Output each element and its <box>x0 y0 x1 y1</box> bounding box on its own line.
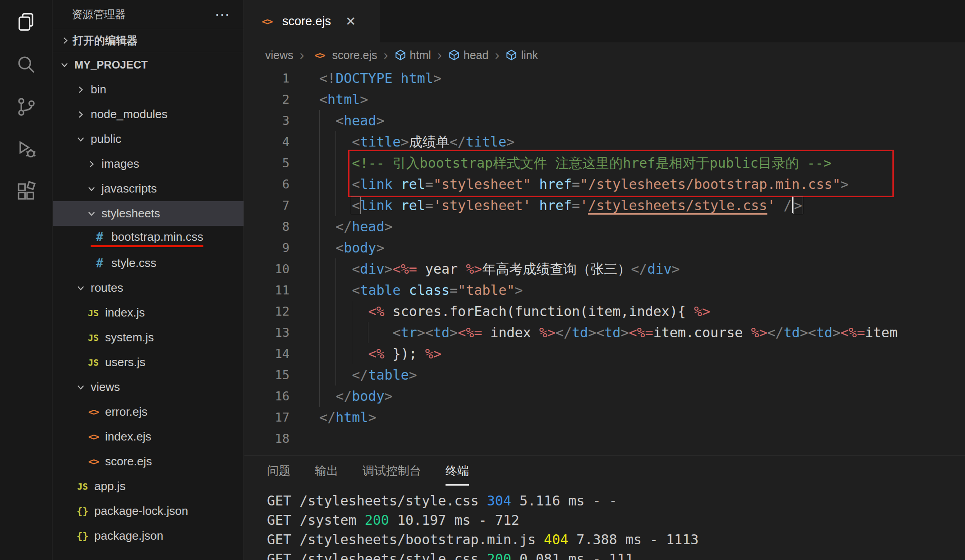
line-number: 6 <box>244 174 290 195</box>
indent-guide <box>319 258 320 280</box>
js-file-icon: JS <box>74 481 92 492</box>
code-line[interactable]: 1<!DOCTYPE html> <box>244 68 965 89</box>
ejs-file-icon: <> <box>84 406 102 418</box>
tree-item-style.css[interactable]: #style.css <box>53 251 244 275</box>
tree-item-index.ejs[interactable]: <>index.ejs <box>53 424 244 449</box>
tree-item-package-lock.json[interactable]: {}package-lock.json <box>53 499 244 523</box>
js-file-icon: JS <box>84 308 102 318</box>
file-tree: MY_PROJECTbinnode_modulespublicimagesjav… <box>53 52 244 548</box>
code-line[interactable]: 16</body> <box>244 386 965 407</box>
tree-item-package.json[interactable]: {}package.json <box>53 523 244 548</box>
extensions-icon[interactable] <box>14 179 38 204</box>
tree-item-MY_PROJECT[interactable]: MY_PROJECT <box>53 52 244 77</box>
close-icon[interactable]: ✕ <box>345 14 356 29</box>
code-line[interactable]: 5<!-- 引入bootstrap样式文件 注意这里的href是相对于publi… <box>244 152 965 174</box>
ejs-file-icon: <> <box>84 456 102 467</box>
js-file-icon: JS <box>84 332 102 343</box>
tab-score-ejs[interactable]: <> score.ejs ✕ <box>244 0 380 42</box>
tree-item-javascripts[interactable]: javascripts <box>53 176 244 201</box>
breadcrumb-item-views[interactable]: views <box>265 49 294 62</box>
red-underline-annotation: #bootstrap.min.css <box>91 230 203 247</box>
line-number: 9 <box>244 237 290 258</box>
tree-item-label: users.js <box>105 355 146 369</box>
json-file-icon: {} <box>74 505 92 517</box>
tree-item-system.js[interactable]: JSsystem.js <box>53 325 244 350</box>
tree-item-views[interactable]: views <box>53 375 244 399</box>
tree-item-bootstrap.min.css[interactable]: #bootstrap.min.css <box>53 226 244 251</box>
tree-item-score.ejs[interactable]: <>score.ejs <box>53 449 244 474</box>
tree-item-bin[interactable]: bin <box>53 77 244 102</box>
tree-item-label: public <box>91 132 121 146</box>
tab-title: score.ejs <box>282 14 331 28</box>
more-actions-icon[interactable]: ⋯ <box>215 10 230 19</box>
indent-guide <box>319 195 320 216</box>
panel-tab-问题[interactable]: 问题 <box>267 463 290 486</box>
code-line[interactable]: 17</html> <box>244 407 965 428</box>
code-line[interactable]: 14<% }); %> <box>244 343 965 364</box>
vscode-window: 资源管理器 ⋯ 打开的编辑器 MY_PROJECTbinnode_modules… <box>0 0 965 560</box>
indent-guide <box>352 301 352 322</box>
indent-guide <box>319 152 320 174</box>
indent-guide <box>335 174 336 195</box>
line-number: 10 <box>244 258 290 280</box>
line-number: 18 <box>244 428 290 449</box>
indent-guide <box>352 322 352 343</box>
breadcrumb-label: views <box>265 49 294 62</box>
tree-item-label: stylesheets <box>101 207 160 220</box>
panel-tab-输出[interactable]: 输出 <box>315 463 338 486</box>
run-debug-icon[interactable] <box>14 137 38 161</box>
tree-item-label: index.js <box>105 306 145 320</box>
json-file-icon: {} <box>74 530 92 542</box>
tree-item-error.ejs[interactable]: <>error.ejs <box>53 399 244 424</box>
breadcrumb-item-html[interactable]: html <box>395 49 431 62</box>
line-number: 15 <box>244 364 290 386</box>
tree-item-images[interactable]: images <box>53 151 244 176</box>
panel-tab-调试控制台[interactable]: 调试控制台 <box>363 463 421 486</box>
code-line[interactable]: 6<link rel="stylesheet" href="/styleshee… <box>244 174 965 195</box>
code-line[interactable]: 9<body> <box>244 237 965 258</box>
line-number: 14 <box>244 343 290 364</box>
tree-item-label: views <box>91 380 120 394</box>
tree-item-routes[interactable]: routes <box>53 275 244 300</box>
tree-item-node_modules[interactable]: node_modules <box>53 102 244 127</box>
tree-item-users.js[interactable]: JSusers.js <box>53 350 244 375</box>
code-line[interactable]: 12<% scores.forEach(function(item,index)… <box>244 301 965 322</box>
indent-guide <box>335 343 336 364</box>
code-line[interactable]: 18 <box>244 428 965 449</box>
chevron-right-icon <box>58 36 73 46</box>
open-editors-label: 打开的编辑器 <box>73 33 138 48</box>
code-line[interactable]: 15</table> <box>244 364 965 386</box>
terminal-line: GET /stylesheets/bootstrap.min.js 404 7.… <box>267 530 965 549</box>
tree-item-app.js[interactable]: JSapp.js <box>53 474 244 499</box>
code-line[interactable]: 2<html> <box>244 89 965 110</box>
code-line[interactable]: 3<head> <box>244 110 965 131</box>
search-icon[interactable] <box>14 52 38 77</box>
css-file-icon: # <box>91 256 109 270</box>
text-cursor <box>792 197 794 213</box>
files-icon[interactable] <box>14 10 38 34</box>
line-number: 8 <box>244 216 290 237</box>
js-file-icon: JS <box>84 357 102 368</box>
breadcrumb-item-score.ejs[interactable]: <>score.ejs <box>311 49 377 62</box>
line-number: 11 <box>244 280 290 301</box>
code-line[interactable]: 10<div><%= year %>年高考成绩查询（张三）</div> <box>244 258 965 280</box>
tree-item-public[interactable]: public <box>53 127 244 151</box>
tree-item-index.js[interactable]: JSindex.js <box>53 300 244 325</box>
tree-item-stylesheets[interactable]: stylesheets <box>53 201 244 226</box>
line-number: 5 <box>244 152 290 174</box>
code-line[interactable]: 4<title>成绩单</title> <box>244 131 965 152</box>
breadcrumb-item-link[interactable]: link <box>505 49 538 62</box>
panel-tab-终端[interactable]: 终端 <box>446 463 469 486</box>
indent-guide <box>319 237 320 258</box>
code-line[interactable]: 8</head> <box>244 216 965 237</box>
code-line[interactable]: 7<link rel='stylesheet' href='/styleshee… <box>244 195 965 216</box>
line-number: 13 <box>244 322 290 343</box>
code-line[interactable]: 13<tr><td><%= index %></td><td><%=item.c… <box>244 322 965 343</box>
terminal-output[interactable]: GET /stylesheets/style.css 304 5.116 ms … <box>244 486 965 560</box>
open-editors-section[interactable]: 打开的编辑器 <box>53 29 244 52</box>
breadcrumb-item-head[interactable]: head <box>448 49 489 62</box>
code-editor[interactable]: 1<!DOCTYPE html>2<html>3<head>4<title>成绩… <box>244 68 965 455</box>
source-control-icon[interactable] <box>14 95 38 119</box>
line-number: 17 <box>244 407 290 428</box>
code-line[interactable]: 11<table class="table"> <box>244 280 965 301</box>
